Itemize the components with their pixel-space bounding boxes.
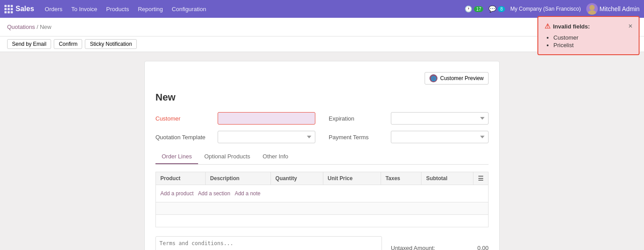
topbar-left: Sales Orders To Invoice Products Reporti… — [4, 4, 210, 14]
col-taxes: Taxes — [381, 172, 421, 185]
col-settings[interactable]: ☰ — [473, 172, 489, 185]
send-by-email-button[interactable]: Send by Email — [7, 39, 51, 49]
popup-title: ⚠ Invalid fields: — [545, 22, 590, 30]
messages-badge: 8 — [498, 6, 505, 12]
svg-point-1 — [588, 10, 596, 15]
svg-point-0 — [589, 5, 595, 10]
user-name: Mitchell Admin — [600, 5, 640, 12]
breadcrumb: Quotations / New — [7, 24, 52, 30]
breadcrumb-separator: / — [37, 24, 40, 30]
popup-close-button[interactable]: × — [628, 23, 632, 30]
form-title: New — [155, 92, 489, 103]
topbar-nav: Orders To Invoice Products Reporting Con… — [41, 4, 210, 14]
untaxed-label: Untaxed Amount: — [391, 245, 435, 250]
table-row: Add a product Add a section Add a note — [156, 185, 489, 202]
form-row-1: Customer Expiration — [155, 112, 489, 125]
payment-terms-label: Payment Terms — [329, 134, 386, 141]
table-settings-icon[interactable]: ☰ — [478, 175, 484, 182]
app-name: Sales — [16, 5, 34, 13]
warning-icon: ⚠ — [545, 22, 550, 30]
nav-reporting[interactable]: Reporting — [134, 4, 166, 14]
user-menu[interactable]: Mitchell Admin — [586, 3, 640, 15]
add-section-link[interactable]: Add a section — [198, 190, 231, 197]
invalid-fields-popup: ⚠ Invalid fields: × Customer Pricelist — [537, 16, 640, 55]
tab-order-lines[interactable]: Order Lines — [155, 149, 198, 164]
spacer-row-2 — [156, 215, 489, 227]
confirm-button[interactable]: Confirm — [54, 39, 82, 49]
popup-title-text: Invalid fields: — [553, 23, 590, 30]
nav-to-invoice[interactable]: To Invoice — [68, 4, 101, 14]
payment-terms-select[interactable] — [391, 131, 489, 143]
order-tabs: Order Lines Optional Products Other Info — [155, 149, 489, 165]
col-quantity: Quantity — [271, 172, 323, 185]
quotation-template-field-group: Quotation Template — [155, 131, 315, 143]
nav-configuration[interactable]: Configuration — [168, 4, 210, 14]
untaxed-value: 0.00 — [462, 245, 489, 250]
company-info[interactable]: My Company (San Francisco) — [510, 6, 581, 12]
spacer-row-1 — [156, 202, 489, 215]
breadcrumb-parent[interactable]: Quotations — [7, 24, 35, 30]
clock-badge: 17 — [474, 6, 483, 12]
expiration-select[interactable] — [391, 112, 489, 125]
col-product: Product — [156, 172, 206, 185]
add-links: Add a product Add a section Add a note — [160, 188, 484, 199]
popup-header: ⚠ Invalid fields: × — [545, 22, 632, 30]
messages-icon[interactable]: 💬 8 — [489, 5, 505, 12]
company-name: My Company (San Francisco) — [510, 6, 581, 12]
payment-terms-field-group: Payment Terms — [329, 131, 489, 143]
untaxed-row: Untaxed Amount: 0.00 — [391, 243, 489, 250]
form-card: 🌐 Customer Preview New Customer Expirati… — [144, 61, 500, 250]
customer-preview-area: 🌐 Customer Preview — [155, 72, 489, 85]
totals-table: Untaxed Amount: 0.00 Taxes: 0.00 Total: … — [391, 243, 489, 250]
customer-input[interactable] — [218, 112, 315, 125]
invalid-field-customer: Customer — [553, 34, 632, 41]
add-note-link[interactable]: Add a note — [235, 190, 260, 197]
col-subtotal: Subtotal — [421, 172, 473, 185]
nav-products[interactable]: Products — [103, 4, 132, 14]
col-unit-price: Unit Price — [323, 172, 381, 185]
tab-optional-products[interactable]: Optional Products — [198, 149, 256, 164]
col-description: Description — [206, 172, 271, 185]
quotation-template-label: Quotation Template — [155, 134, 213, 141]
nav-orders[interactable]: Orders — [41, 4, 66, 14]
app-menu-icon[interactable]: Sales — [4, 5, 34, 13]
main-content: 🌐 Customer Preview New Customer Expirati… — [0, 52, 644, 250]
topbar: Sales Orders To Invoice Products Reporti… — [0, 0, 644, 18]
tab-other-info[interactable]: Other Info — [256, 149, 294, 164]
terms-textarea[interactable] — [155, 236, 382, 250]
invalid-fields-list: Customer Pricelist — [545, 34, 632, 49]
user-avatar — [586, 3, 598, 15]
customer-label: Customer — [155, 115, 213, 122]
form-row-2: Quotation Template Payment Terms — [155, 131, 489, 143]
add-links-cell: Add a product Add a section Add a note — [156, 185, 489, 202]
invalid-field-pricelist: Pricelist — [553, 41, 632, 49]
bottom-section: Untaxed Amount: 0.00 Taxes: 0.00 Total: … — [155, 236, 489, 250]
topbar-right: 🕐 17 💬 8 My Company (San Francisco) Mitc… — [465, 3, 640, 15]
totals-section: Untaxed Amount: 0.00 Taxes: 0.00 Total: … — [391, 243, 489, 250]
order-lines-table: Product Description Quantity Unit Price … — [155, 172, 489, 227]
breadcrumb-current: New — [40, 24, 52, 30]
clock-icon[interactable]: 🕐 17 — [465, 5, 483, 12]
grid-icon — [4, 5, 13, 13]
expiration-label: Expiration — [329, 115, 386, 122]
sticky-notification-button[interactable]: Sticky Notification — [85, 39, 137, 49]
add-product-link[interactable]: Add a product — [160, 190, 194, 197]
expiration-field-group: Expiration — [329, 112, 489, 125]
customer-preview-label: Customer Preview — [440, 75, 484, 81]
terms-section — [155, 236, 382, 250]
quotation-template-select[interactable] — [218, 131, 315, 143]
preview-globe-icon: 🌐 — [429, 74, 437, 82]
customer-field-group: Customer — [155, 112, 315, 125]
customer-preview-button[interactable]: 🌐 Customer Preview — [425, 72, 489, 85]
